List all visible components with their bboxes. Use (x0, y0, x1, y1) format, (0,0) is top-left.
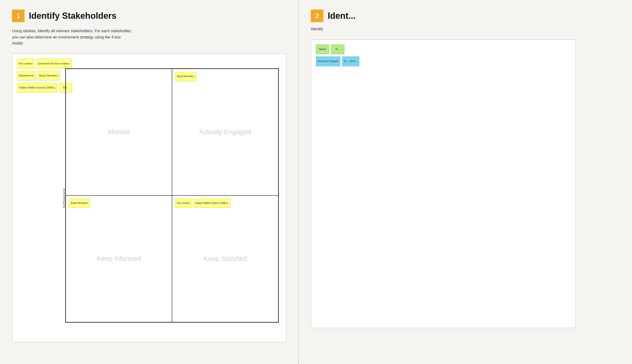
keep-satisfied-stickies: Key contact Subject Matter Experts (SMEs… (175, 198, 230, 208)
legend-sticky-departments: Departments (17, 71, 36, 80)
legend-area: Key contact Executive Decision makers De… (17, 59, 72, 92)
section-2: 2 Ident... Identify Name N... Technical … (299, 0, 632, 364)
s2-sticky-tech-support: Technical Support (316, 56, 340, 66)
sme-sticky-bottom-right: Subject Matter Experts (SMEs) (193, 198, 230, 208)
section-1: 1 Identify Stakeholders Using stickies, … (0, 0, 298, 364)
actively-engaged-stickies: Board Members (175, 72, 196, 81)
matrix-keep-informed: Board Members Keep Informed (66, 196, 172, 322)
s2-legend-row-2: Technical Support En... Arch... (316, 56, 359, 66)
monitor-label: Monitor (108, 128, 130, 136)
matrix-keep-satisfied: Key contact Subject Matter Experts (SMEs… (172, 196, 278, 322)
s2-legend-row-1: Name N... (316, 44, 359, 54)
matrix: Monitor Board Members Actively Engaged B… (65, 68, 279, 323)
step-badge-1: 1 (12, 10, 25, 22)
keep-informed-stickies: Board Members (69, 198, 90, 208)
s2-sticky-name2: N... (331, 44, 344, 54)
legend-sticky-board-members-legend: Board Members (38, 71, 60, 80)
board-members-sticky-bottom-left: Board Members (69, 198, 90, 208)
legend-sticky-key-contact: Key contact (17, 59, 34, 68)
actively-engaged-label: Actively Engaged (199, 128, 251, 136)
diagram-area-2: Name N... Technical Support En... Arch..… (311, 40, 575, 328)
step-badge-2: 2 (311, 10, 323, 22)
matrix-actively-engaged: Board Members Actively Engaged (172, 69, 278, 196)
board-members-sticky-top-right: Board Members (175, 72, 196, 81)
section-2-header: 2 Ident... (311, 10, 620, 22)
keep-informed-label: Keep Informed (97, 255, 141, 262)
section-1-header: 1 Identify Stakeholders (12, 10, 286, 22)
s2-sticky-name: Name (316, 44, 329, 54)
key-contact-sticky-bottom-right: Key contact (175, 198, 192, 208)
diagram-area-1: Influence Key contact Executive Decision… (12, 54, 286, 342)
section-2-title: Ident... (328, 11, 356, 21)
s2-sticky-enterprise-arch: En... Arch... (342, 56, 359, 66)
keep-satisfied-label: Keep Satisfied (204, 255, 247, 262)
legend-row-1: Key contact Executive Decision makers (17, 59, 72, 68)
section-1-title: Identify Stakeholders (29, 11, 117, 21)
legend-sticky-executive: Executive Decision makers (36, 59, 71, 68)
matrix-monitor: Monitor (66, 69, 172, 196)
legend-sticky-sme: Subject Matter Experts (SMEs) (17, 83, 57, 92)
section-1-description: Using stickies, identify all relevant st… (12, 28, 132, 46)
section-2-description: Identify (311, 26, 431, 32)
legend-row-2: Departments Board Members (17, 71, 72, 80)
s2-legend: Name N... Technical Support En... Arch..… (316, 44, 359, 66)
legend-row-3: Subject Matter Experts (SMEs) Etc. (17, 83, 72, 92)
